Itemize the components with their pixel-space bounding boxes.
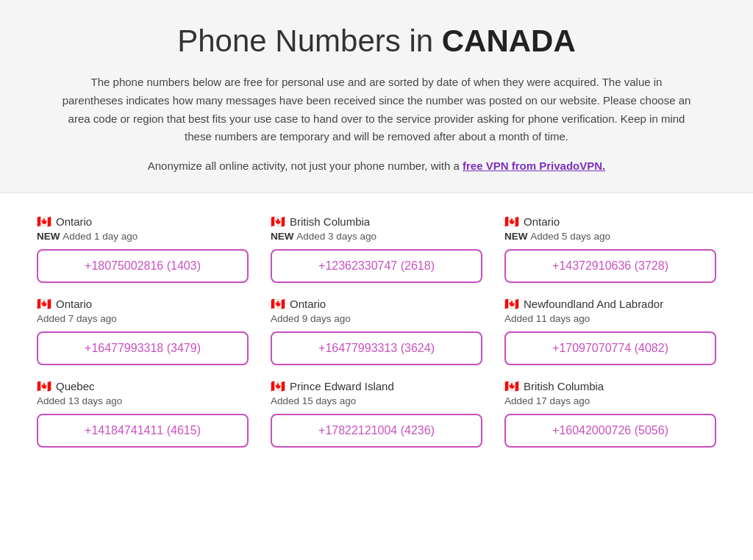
phone-number-button[interactable]: +18075002816 (1403): [37, 249, 249, 283]
vpn-promo: Anonymize all online activity, not just …: [44, 159, 709, 172]
canada-flag-icon: 🇨🇦: [37, 299, 51, 309]
region-name: British Columbia: [524, 380, 604, 392]
description-text: The phone numbers below are free for per…: [60, 73, 693, 146]
number-card: 🇨🇦British ColumbiaAdded 17 days ago+1604…: [504, 380, 716, 448]
added-row: Added 9 days ago: [271, 313, 482, 324]
canada-flag-icon: 🇨🇦: [271, 381, 285, 392]
phone-number-button[interactable]: +14372910636 (3728): [504, 249, 716, 283]
number-card: 🇨🇦Prince Edward IslandAdded 15 days ago+…: [271, 380, 482, 448]
canada-flag-icon: 🇨🇦: [504, 381, 519, 392]
vpn-link[interactable]: free VPN from PrivadoVPN.: [463, 159, 605, 172]
numbers-grid: 🇨🇦OntarioNEW Added 1 day ago+18075002816…: [0, 193, 753, 477]
added-row: Added 17 days ago: [504, 395, 716, 406]
number-card: 🇨🇦Newfoundland And LabradorAdded 11 days…: [504, 298, 716, 365]
canada-flag-icon: 🇨🇦: [37, 381, 51, 392]
new-badge: NEW: [37, 231, 63, 242]
canada-flag-icon: 🇨🇦: [271, 217, 285, 227]
phone-number-button[interactable]: +16477993313 (3624): [271, 331, 482, 365]
number-card: 🇨🇦QuebecAdded 13 days ago+14184741411 (4…: [37, 380, 249, 448]
region-row: 🇨🇦Ontario: [271, 298, 482, 310]
added-row: NEW Added 3 days ago: [271, 231, 482, 242]
region-row: 🇨🇦British Columbia: [504, 380, 716, 392]
phone-number-button[interactable]: +16042000726 (5056): [504, 414, 716, 448]
region-name: Prince Edward Island: [290, 380, 394, 392]
phone-number-button[interactable]: +17822121004 (4236): [271, 414, 482, 448]
region-name: Ontario: [290, 298, 326, 310]
header-section: Phone Numbers in CANADA The phone number…: [0, 0, 753, 193]
new-badge: NEW: [271, 231, 296, 242]
added-row: NEW Added 1 day ago: [37, 231, 249, 242]
region-name: Ontario: [524, 215, 560, 228]
region-name: British Columbia: [290, 215, 370, 228]
region-row: 🇨🇦Ontario: [37, 298, 249, 310]
added-row: Added 11 days ago: [504, 313, 716, 324]
phone-number-button[interactable]: +14184741411 (4615): [37, 414, 249, 448]
canada-flag-icon: 🇨🇦: [37, 217, 51, 227]
region-name: Newfoundland And Labrador: [524, 298, 663, 310]
region-row: 🇨🇦Ontario: [37, 215, 249, 228]
region-name: Ontario: [56, 298, 92, 310]
canada-flag-icon: 🇨🇦: [271, 299, 285, 309]
region-row: 🇨🇦Quebec: [37, 380, 249, 392]
number-card: 🇨🇦OntarioAdded 7 days ago+16477993318 (3…: [37, 298, 249, 365]
number-card: 🇨🇦OntarioNEW Added 5 days ago+1437291063…: [504, 215, 716, 283]
number-card: 🇨🇦OntarioAdded 9 days ago+16477993313 (3…: [271, 298, 482, 365]
region-row: 🇨🇦British Columbia: [271, 215, 482, 228]
added-row: Added 7 days ago: [37, 313, 249, 324]
region-row: 🇨🇦Prince Edward Island: [271, 380, 482, 392]
canada-flag-icon: 🇨🇦: [504, 217, 519, 227]
region-name: Ontario: [56, 215, 92, 228]
phone-number-button[interactable]: +12362330747 (2618): [271, 249, 482, 283]
added-row: NEW Added 5 days ago: [504, 231, 716, 242]
phone-number-button[interactable]: +16477993318 (3479): [37, 331, 249, 365]
phone-number-button[interactable]: +17097070774 (4082): [504, 331, 716, 365]
canada-flag-icon: 🇨🇦: [504, 299, 519, 309]
region-name: Quebec: [56, 380, 95, 392]
region-row: 🇨🇦Ontario: [504, 215, 716, 228]
region-row: 🇨🇦Newfoundland And Labrador: [504, 298, 716, 310]
number-card: 🇨🇦British ColumbiaNEW Added 3 days ago+1…: [271, 215, 482, 283]
added-row: Added 13 days ago: [37, 395, 249, 406]
new-badge: NEW: [504, 231, 530, 242]
page-title: Phone Numbers in CANADA: [44, 24, 709, 59]
number-card: 🇨🇦OntarioNEW Added 1 day ago+18075002816…: [37, 215, 249, 283]
added-row: Added 15 days ago: [271, 395, 482, 406]
